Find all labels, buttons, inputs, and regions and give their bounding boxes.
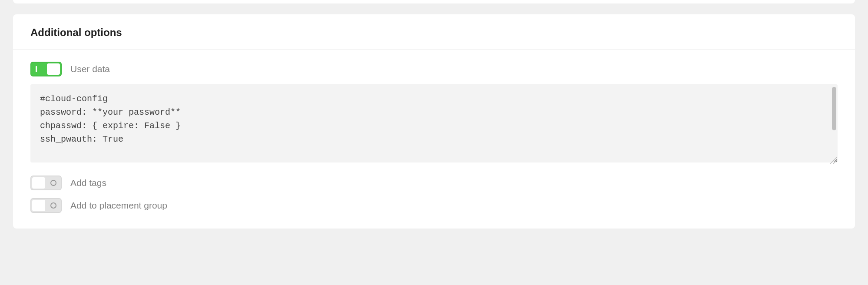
placement-group-toggle[interactable] xyxy=(30,198,62,213)
toggle-knob xyxy=(32,200,45,211)
textarea-scrollbar[interactable] xyxy=(832,87,837,156)
page-container: Additional options User data xyxy=(0,0,868,242)
user-data-textarea-wrap xyxy=(30,84,838,164)
card-body: User data Add tags xyxy=(13,50,855,229)
card-header: Additional options xyxy=(13,14,855,50)
user-data-row: User data xyxy=(30,62,838,76)
scrollbar-thumb xyxy=(832,87,836,130)
add-tags-label: Add tags xyxy=(70,178,106,188)
previous-card-edge xyxy=(13,0,855,3)
add-tags-row: Add tags xyxy=(30,176,838,190)
placement-group-row: Add to placement group xyxy=(30,198,838,213)
user-data-toggle[interactable] xyxy=(30,62,62,76)
card-title: Additional options xyxy=(30,27,838,39)
toggle-off-indicator-icon xyxy=(50,180,56,186)
toggle-knob xyxy=(32,177,45,189)
additional-options-card: Additional options User data xyxy=(13,14,855,229)
toggle-knob xyxy=(47,63,60,75)
add-tags-toggle[interactable] xyxy=(30,176,62,190)
toggle-on-indicator-icon xyxy=(36,66,37,72)
user-data-label: User data xyxy=(70,64,110,74)
user-data-textarea[interactable] xyxy=(30,84,838,162)
toggle-off-indicator-icon xyxy=(50,202,56,209)
placement-group-label: Add to placement group xyxy=(70,200,167,211)
